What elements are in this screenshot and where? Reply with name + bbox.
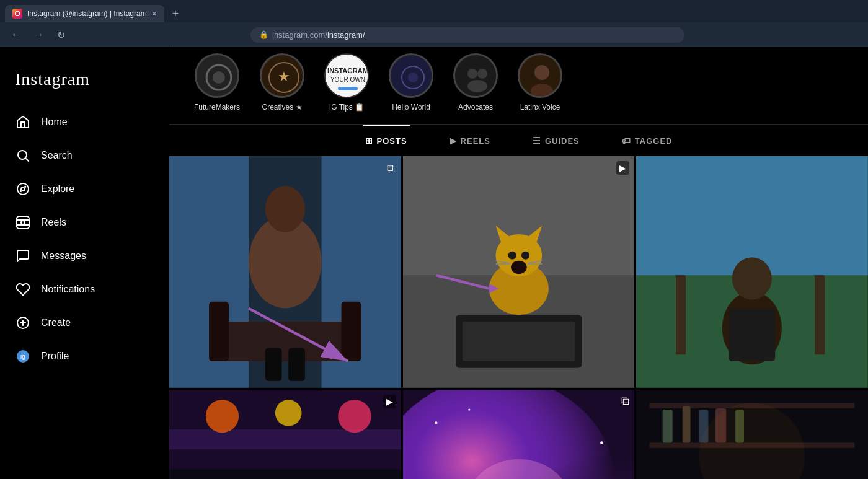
story-avatar-latinx bbox=[518, 53, 562, 98]
back-button[interactable]: ← bbox=[7, 26, 25, 43]
svg-rect-70 bbox=[729, 309, 776, 361]
story-igtips[interactable]: INSTAGRAM YOUR OWN IG Tips 📋 bbox=[324, 53, 369, 112]
sidebar-item-home[interactable]: Home bbox=[7, 107, 161, 138]
notifications-icon bbox=[15, 281, 31, 297]
post-item-3[interactable] bbox=[636, 156, 868, 388]
tab-reels[interactable]: ▶ REELS bbox=[447, 125, 493, 156]
svg-point-55 bbox=[511, 261, 527, 274]
active-tab[interactable]: Instagram (@instagram) | Instagram × bbox=[5, 5, 164, 22]
posts-grid: ⧉ bbox=[169, 156, 868, 479]
create-icon bbox=[15, 315, 31, 331]
story-avatar-advocates bbox=[453, 53, 498, 98]
story-label-igtips: IG Tips 📋 bbox=[329, 103, 364, 112]
post-5-badge: ⧉ bbox=[621, 395, 629, 408]
explore-label: Explore bbox=[41, 183, 74, 195]
svg-point-15 bbox=[213, 71, 225, 84]
refresh-button[interactable]: ↻ bbox=[52, 26, 69, 43]
sidebar-item-explore[interactable]: Explore bbox=[7, 174, 161, 204]
sidebar-item-reels[interactable]: Reels bbox=[7, 207, 161, 238]
profile-tabs: ⊞ POSTS ▶ REELS ☰ GUIDES 🏷 TAGGED bbox=[169, 125, 868, 156]
posts-tab-label: POSTS bbox=[377, 136, 407, 146]
post-item-1[interactable]: ⧉ bbox=[169, 156, 401, 388]
svg-point-31 bbox=[534, 65, 549, 80]
story-creatives[interactable]: ★ Creatives ★ bbox=[260, 53, 304, 112]
search-icon bbox=[15, 147, 31, 164]
tab-tagged[interactable]: 🏷 TAGGED bbox=[619, 125, 675, 156]
story-label-futuremakers: FutureMakers bbox=[194, 103, 240, 112]
story-label-helloworld: Hello World bbox=[392, 103, 430, 112]
post-item-6[interactable] bbox=[636, 390, 868, 479]
app-layout: Instagram Home Sear bbox=[0, 47, 868, 479]
svg-point-2 bbox=[17, 183, 29, 195]
search-label: Search bbox=[41, 150, 73, 161]
post-2-badge: ▶ bbox=[616, 161, 629, 175]
story-avatar-creatives: ★ bbox=[260, 53, 304, 98]
story-avatar-helloworld bbox=[389, 53, 433, 98]
url-domain: instagram.com/ bbox=[272, 30, 327, 40]
browser-chrome: Instagram (@instagram) | Instagram × + ←… bbox=[0, 0, 868, 47]
svg-marker-3 bbox=[20, 187, 25, 191]
svg-rect-74 bbox=[169, 429, 401, 449]
lock-icon: 🔒 bbox=[259, 30, 268, 39]
tab-posts[interactable]: ⊞ POSTS bbox=[363, 125, 410, 156]
guides-tab-label: GUIDES bbox=[545, 136, 580, 146]
story-label-latinx: Latinx Voice bbox=[520, 103, 560, 112]
svg-point-28 bbox=[477, 69, 487, 79]
reels-tab-icon: ▶ bbox=[450, 136, 457, 146]
svg-rect-41 bbox=[265, 348, 282, 381]
svg-line-1 bbox=[26, 159, 29, 161]
create-label: Create bbox=[41, 317, 71, 328]
sidebar-nav: Home Search Explore bbox=[7, 107, 161, 467]
svg-point-27 bbox=[467, 69, 477, 79]
forward-button[interactable]: → bbox=[30, 26, 47, 43]
svg-point-53 bbox=[508, 252, 516, 260]
posts-tab-icon: ⊞ bbox=[365, 136, 373, 146]
svg-point-32 bbox=[531, 84, 553, 98]
tab-close-button[interactable]: × bbox=[152, 9, 157, 19]
story-label-creatives: Creatives ★ bbox=[262, 103, 303, 112]
explore-icon bbox=[15, 181, 31, 197]
svg-text:ig: ig bbox=[20, 353, 25, 360]
story-avatar-igtips: INSTAGRAM YOUR OWN bbox=[324, 53, 369, 98]
svg-text:★: ★ bbox=[278, 69, 290, 84]
sidebar: Instagram Home Sear bbox=[0, 47, 169, 479]
messages-label: Messages bbox=[41, 250, 86, 261]
sidebar-item-create[interactable]: Create bbox=[7, 307, 161, 338]
post-4-badge: ▶ bbox=[383, 395, 396, 408]
post-item-5[interactable]: ⧉ bbox=[403, 390, 635, 479]
story-futuremakers[interactable]: FutureMakers bbox=[194, 53, 240, 112]
sidebar-item-messages[interactable]: Messages bbox=[7, 240, 161, 271]
svg-point-37 bbox=[265, 186, 305, 232]
svg-point-0 bbox=[18, 151, 27, 159]
post-1-badge: ⧉ bbox=[387, 162, 395, 175]
story-helloworld[interactable]: Hello World bbox=[389, 53, 433, 112]
main-content: FutureMakers ★ Creatives ★ INSTAGRAM bbox=[169, 47, 868, 479]
story-latinx[interactable]: Latinx Voice bbox=[518, 53, 562, 112]
new-tab-button[interactable]: + bbox=[167, 5, 184, 22]
tagged-tab-label: TAGGED bbox=[635, 136, 673, 146]
svg-point-5 bbox=[21, 221, 25, 224]
svg-rect-97 bbox=[663, 410, 673, 442]
post-item-2[interactable]: ▶ bbox=[403, 156, 635, 388]
sidebar-logo: Instagram bbox=[7, 59, 161, 107]
svg-rect-48 bbox=[463, 322, 575, 361]
address-bar: ← → ↻ 🔒 instagram.com/instagram/ bbox=[0, 22, 868, 47]
notifications-label: Notifications bbox=[41, 284, 95, 295]
favicon bbox=[12, 9, 22, 19]
url-bar[interactable]: 🔒 instagram.com/instagram/ bbox=[250, 27, 684, 43]
svg-point-77 bbox=[338, 400, 371, 433]
svg-point-54 bbox=[521, 252, 529, 260]
story-advocates[interactable]: Advocates bbox=[453, 53, 498, 112]
sidebar-item-profile[interactable]: ig Profile bbox=[7, 341, 161, 372]
svg-rect-42 bbox=[288, 348, 305, 381]
tab-guides[interactable]: ☰ GUIDES bbox=[530, 125, 582, 156]
sidebar-item-search[interactable]: Search bbox=[7, 140, 161, 171]
svg-rect-98 bbox=[683, 406, 691, 442]
instagram-logo: Instagram bbox=[15, 69, 90, 89]
post-item-4[interactable]: ▶ bbox=[169, 390, 401, 479]
svg-point-76 bbox=[275, 400, 302, 426]
svg-point-86 bbox=[468, 408, 470, 410]
svg-point-75 bbox=[206, 400, 239, 433]
svg-text:INSTAGRAM: INSTAGRAM bbox=[327, 67, 368, 74]
sidebar-item-notifications[interactable]: Notifications bbox=[7, 274, 161, 305]
